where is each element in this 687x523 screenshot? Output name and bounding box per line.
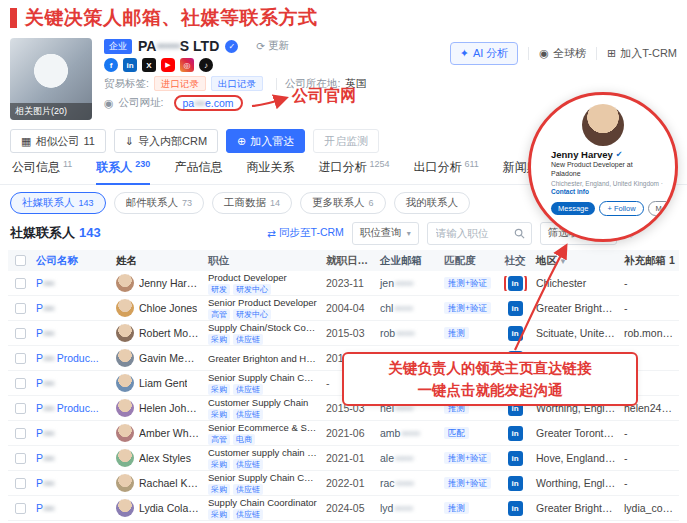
company-cell[interactable]: P•••• — [32, 427, 112, 439]
header-col-social: 社交 — [498, 254, 532, 268]
job-tag: 采购 — [208, 384, 230, 395]
导入内部CRM-button[interactable]: ⇓导入内部CRM — [114, 129, 218, 153]
contact-name[interactable]: Alex Styles — [139, 452, 191, 464]
开启监测-button[interactable]: 开启监测 — [313, 129, 379, 153]
action-button-label: 相似公司 — [35, 134, 79, 149]
tab-产品信息[interactable]: 产品信息 — [174, 159, 222, 185]
contact-info-link[interactable]: Contact info — [551, 188, 589, 195]
website-link[interactable]: pa••••e.com — [183, 97, 234, 109]
email-cell[interactable]: rob••••• — [376, 327, 440, 339]
email-cell[interactable]: chl••••• — [376, 302, 440, 314]
contact-name[interactable]: Rachael Kelly — [139, 477, 200, 489]
refresh-button[interactable]: ⟳更新 — [256, 39, 289, 53]
job-tags: 采购供应链 — [208, 484, 318, 495]
相似公司-button[interactable]: ▦相似公司11 — [10, 129, 106, 153]
related-images-caption[interactable]: 相关图片(20) — [10, 103, 92, 120]
email-cell[interactable]: jen••••• — [376, 277, 440, 289]
avatar — [116, 349, 134, 367]
twitter-x-icon[interactable]: X — [142, 58, 156, 72]
company-cell[interactable]: P•••• Produc... — [32, 352, 112, 364]
tab-进口分析[interactable]: 进口分析1254 — [318, 159, 389, 185]
tab-联系人[interactable]: 联系人230 — [96, 159, 150, 185]
social-cell: in — [498, 476, 532, 491]
company-cell[interactable]: P•••• — [32, 277, 112, 289]
chip-社媒联系人[interactable]: 社媒联系人143 — [10, 192, 106, 214]
filter-icon[interactable]: ▼ — [559, 257, 567, 266]
checkbox-cell — [8, 453, 32, 464]
contact-name[interactable]: Gavin Meeks — [139, 352, 200, 364]
date-cell: 2004-04 — [322, 302, 376, 314]
linkedin-icon[interactable]: in — [508, 451, 523, 466]
position-search-input[interactable] — [434, 226, 510, 240]
company-cell[interactable]: P•••• — [32, 452, 112, 464]
contact-name[interactable]: Helen Johnstone — [139, 402, 200, 414]
contact-name[interactable]: Jenny Harvey — [139, 277, 200, 289]
chip-工商数据[interactable]: 工商数据14 — [212, 192, 292, 214]
message-button[interactable]: Message — [551, 202, 595, 215]
top-action-sparkle[interactable]: ✦AI 分析 — [450, 42, 519, 65]
contact-name[interactable]: Amber Whitty — [139, 427, 200, 439]
linkedin-icon[interactable]: in — [508, 501, 523, 516]
tab-label: 产品信息 — [174, 159, 222, 176]
youtube-icon[interactable]: ▶ — [161, 58, 175, 72]
row-checkbox[interactable] — [15, 353, 26, 364]
checkbox-cell — [8, 328, 32, 339]
linkedin-icon[interactable]: in — [508, 326, 523, 341]
company-cell[interactable]: P•••• — [32, 477, 112, 489]
company-cell[interactable]: P•••• — [32, 377, 112, 389]
company-masked: •••• — [43, 452, 54, 464]
contact-name[interactable]: Lydia Colasurdo — [139, 502, 200, 514]
job-tag: 供应链 — [233, 459, 263, 470]
email-cell[interactable]: lyd••••• — [376, 502, 440, 514]
company-image[interactable]: 相关图片(20) — [10, 38, 92, 120]
row-checkbox[interactable] — [15, 278, 26, 289]
tab-公司信息[interactable]: 公司信息11 — [12, 159, 72, 185]
email-cell[interactable]: amb••••• — [376, 427, 440, 439]
sync-to-crm-button[interactable]: ⇄同步至T-CRM — [267, 226, 344, 240]
follow-button[interactable]: + Follow — [599, 201, 643, 216]
contact-name[interactable]: Chloe Jones — [139, 302, 197, 314]
row-checkbox[interactable] — [15, 453, 26, 464]
top-action-grid[interactable]: ⊞加入T-CRM — [607, 46, 677, 61]
company-cell[interactable]: P•••• — [32, 502, 112, 514]
facebook-icon[interactable]: f — [104, 58, 118, 72]
contact-name[interactable]: Robert Monta... — [139, 327, 200, 339]
chip-邮件联系人[interactable]: 邮件联系人73 — [114, 192, 205, 214]
row-checkbox[interactable] — [15, 303, 26, 314]
linkedin-icon[interactable]: in — [508, 476, 523, 491]
date-cell: 2022-01 — [322, 477, 376, 489]
row-checkbox[interactable] — [15, 403, 26, 414]
row-checkbox[interactable] — [15, 478, 26, 489]
linkedin-icon[interactable]: in — [508, 426, 523, 441]
tiktok-icon[interactable]: ♪ — [199, 58, 213, 72]
sync-icon: ⇄ — [267, 227, 276, 239]
linkedin-icon[interactable]: in — [508, 276, 523, 291]
row-checkbox[interactable] — [15, 428, 26, 439]
company-cell[interactable]: P•••• Produc... — [32, 402, 112, 414]
row-checkbox[interactable] — [15, 503, 26, 514]
company-cell[interactable]: P•••• — [32, 302, 112, 314]
instagram-icon[interactable]: ◎ — [180, 58, 194, 72]
match-cell: 推测 — [440, 326, 498, 340]
email-cell[interactable]: rac••••• — [376, 477, 440, 489]
chip-更多联系人[interactable]: 更多联系人6 — [300, 192, 386, 214]
row-checkbox[interactable] — [15, 378, 26, 389]
search-icon[interactable] — [514, 228, 525, 239]
contact-name[interactable]: Liam Gent — [139, 377, 187, 389]
row-checkbox[interactable] — [15, 328, 26, 339]
linkedin-icon[interactable]: in — [508, 301, 523, 316]
job-tag: 供应链 — [233, 334, 263, 345]
extra-email-cell: - — [620, 277, 679, 289]
top-action-globe[interactable]: ◉全球榜 — [539, 46, 586, 61]
email-cell[interactable]: ale••••• — [376, 452, 440, 464]
position-query-select[interactable]: 职位查询▾ — [352, 222, 419, 245]
chip-label: 我的联系人 — [406, 196, 459, 210]
加入雷达-button[interactable]: ⊕加入雷达 — [226, 129, 305, 153]
linkedin-icon[interactable]: in — [123, 58, 137, 72]
table-row: P••••Robert Monta...Supply Chain/Stock C… — [8, 321, 679, 346]
select-all-checkbox[interactable] — [15, 255, 26, 266]
tab-商业关系[interactable]: 商业关系 — [246, 159, 294, 185]
company-cell[interactable]: P•••• — [32, 327, 112, 339]
tab-出口分析[interactable]: 出口分析611 — [413, 159, 478, 185]
chip-我的联系人[interactable]: 我的联系人 — [394, 192, 471, 214]
